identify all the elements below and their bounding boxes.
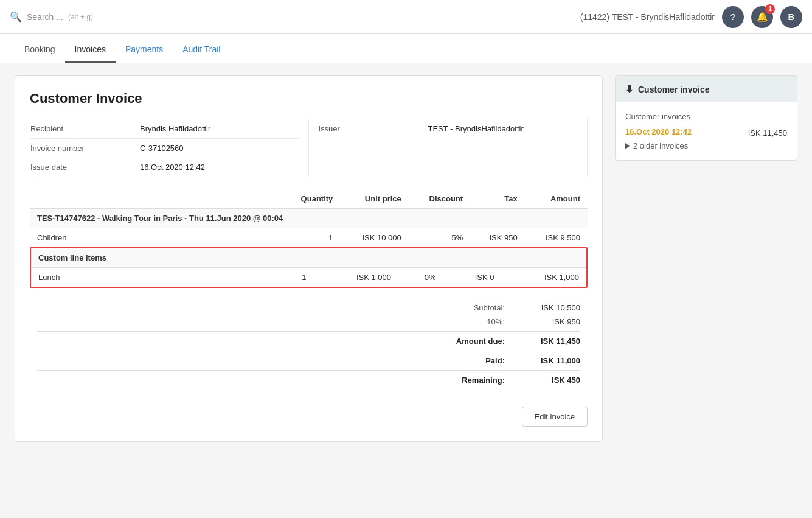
issue-date-label: Issue date: [30, 163, 140, 172]
amount-due-value: ISK 11,450: [519, 337, 580, 346]
custom-item-lunch: Lunch 1 ISK 1,000 0% ISK 0 ISK 1,000: [31, 268, 586, 287]
custom-item-name: Lunch: [31, 268, 281, 287]
issuer-label: Issuer: [319, 124, 428, 133]
download-icon: ⬇: [625, 83, 633, 95]
custom-item-tax: ISK 0: [443, 268, 502, 287]
col-quantity: Quantity: [281, 189, 341, 209]
issue-date-value: 16.Oct 2020 12:42: [140, 163, 299, 172]
invoice-info-right: Issuer TEST - BryndisHaflidadottir: [309, 119, 588, 177]
top-bar-right: (11422) TEST - BryndisHaflidadottir ? 🔔 …: [580, 6, 802, 28]
tour-row-label: TES-T14747622 - Walking Tour in Paris - …: [30, 209, 588, 228]
totals-divider-4: [37, 370, 580, 371]
active-invoice-row: 16.Oct 2020 12:42 ISK 11,450: [625, 127, 787, 139]
col-amount: Amount: [525, 189, 588, 209]
tab-audit-trail[interactable]: Audit Trail: [173, 37, 230, 63]
tab-invoices[interactable]: Invoices: [65, 37, 116, 63]
subtotal-label: Subtotal:: [410, 303, 519, 312]
sidebar-section-label: Customer invoices: [625, 112, 787, 121]
notifications-button[interactable]: 🔔 1: [751, 6, 773, 28]
subtotal-value: ISK 10,500: [519, 303, 580, 312]
table-header-row: Quantity Unit price Discount Tax Amount: [30, 189, 588, 209]
item-price-children: ISK 10,000: [340, 228, 408, 248]
older-invoices-toggle[interactable]: 2 older invoices: [625, 141, 787, 150]
triangle-icon: [625, 143, 630, 149]
sidebar-card: ⬇ Customer invoice Customer invoices 16.…: [615, 75, 797, 161]
issuer-row: Issuer TEST - BryndisHaflidadottir: [319, 119, 588, 138]
col-discount: Discount: [409, 189, 470, 209]
custom-item-qty: 1: [281, 268, 314, 287]
recipient-label: Recipient: [30, 124, 140, 133]
tenant-label: (11422) TEST - BryndisHaflidadottir: [580, 12, 715, 22]
item-discount-children: 5%: [409, 228, 470, 248]
tab-payments[interactable]: Payments: [116, 37, 173, 63]
bell-icon: 🔔: [757, 12, 768, 23]
paid-row: Paid: ISK 11,000: [30, 354, 588, 368]
totals-divider-3: [37, 351, 580, 351]
line-item-children: Children 1 ISK 10,000 5% ISK 950 ISK 9,5…: [30, 228, 588, 248]
search-shortcut: (alt + g): [68, 13, 93, 21]
remaining-value: ISK 450: [519, 376, 580, 385]
tab-booking[interactable]: Booking: [15, 37, 65, 63]
totals-divider-1: [37, 298, 580, 298]
paid-label: Paid:: [410, 356, 519, 365]
tax-row: 10%: ISK 950: [30, 315, 588, 329]
invoice-card: Customer Invoice Recipient Bryndis Hafli…: [15, 75, 603, 442]
totals-divider-2: [37, 331, 580, 332]
search-area[interactable]: 🔍 Search ... (alt + g): [10, 11, 580, 23]
tax-label: 10%:: [410, 317, 519, 326]
custom-line-items-section: Custom line items Lunch 1 ISK 1,000 0% I…: [30, 247, 588, 288]
active-invoice-link[interactable]: 16.Oct 2020 12:42: [625, 127, 692, 136]
item-amount-children: ISK 9,500: [525, 228, 588, 248]
custom-section-label: Custom line items: [31, 248, 586, 268]
search-icon: 🔍: [10, 11, 22, 23]
item-name-children: Children: [30, 228, 281, 248]
recipient-row: Recipient Bryndis Haflidadottir: [30, 119, 299, 139]
item-qty-children: 1: [281, 228, 341, 248]
sidebar: ⬇ Customer invoice Customer invoices 16.…: [615, 75, 797, 442]
remaining-row: Remaining: ISK 450: [30, 373, 588, 387]
remaining-label: Remaining:: [410, 376, 519, 385]
recipient-value: Bryndis Haflidadottir: [140, 124, 299, 133]
subtotal-row: Subtotal: ISK 10,500: [30, 301, 588, 315]
top-bar: 🔍 Search ... (alt + g) (11422) TEST - Br…: [0, 0, 812, 34]
invoice-info-grid: Recipient Bryndis Haflidadottir Invoice …: [30, 119, 588, 177]
col-tax: Tax: [470, 189, 524, 209]
invoice-number-value: C-37102560: [140, 144, 299, 153]
invoice-number-row: Invoice number C-37102560: [30, 139, 299, 158]
notification-badge: 1: [765, 4, 775, 14]
page-content: Customer Invoice Recipient Bryndis Hafli…: [0, 63, 812, 454]
col-item: [30, 189, 281, 209]
search-placeholder: Search ...: [27, 12, 63, 22]
active-invoice-amount: ISK 11,450: [748, 128, 787, 138]
item-tax-children: ISK 950: [470, 228, 524, 248]
sidebar-header: ⬇ Customer invoice: [616, 76, 797, 102]
line-items-table: Quantity Unit price Discount Tax Amount …: [30, 189, 588, 247]
older-invoices-label: 2 older invoices: [633, 141, 688, 150]
invoice-info-left: Recipient Bryndis Haflidadottir Invoice …: [30, 119, 309, 177]
edit-invoice-wrapper: Edit invoice: [30, 397, 588, 427]
edit-invoice-button[interactable]: Edit invoice: [522, 407, 588, 427]
custom-item-discount: 0%: [398, 268, 443, 287]
custom-item-price: ISK 1,000: [314, 268, 398, 287]
tour-row: TES-T14747622 - Walking Tour in Paris - …: [30, 209, 588, 228]
amount-due-label: Amount due:: [410, 337, 519, 346]
user-menu-button[interactable]: B: [780, 6, 802, 28]
custom-section-header: Custom line items: [31, 248, 586, 268]
help-button[interactable]: ?: [722, 6, 744, 28]
invoice-title: Customer Invoice: [30, 91, 588, 107]
tabs-bar: Booking Invoices Payments Audit Trail: [0, 34, 812, 63]
invoice-number-label: Invoice number: [30, 144, 140, 153]
amount-due-row: Amount due: ISK 11,450: [30, 334, 588, 348]
issuer-value: TEST - BryndisHaflidadottir: [428, 124, 588, 133]
sidebar-body: Customer invoices 16.Oct 2020 12:42 ISK …: [616, 102, 797, 160]
custom-items-table: Custom line items Lunch 1 ISK 1,000 0% I…: [31, 248, 586, 287]
col-unit-price: Unit price: [340, 189, 408, 209]
tax-value: ISK 950: [519, 317, 580, 326]
sidebar-header-label: Customer invoice: [638, 85, 709, 94]
paid-value: ISK 11,000: [519, 356, 580, 365]
custom-item-amount: ISK 1,000: [502, 268, 586, 287]
totals-section: Subtotal: ISK 10,500 10%: ISK 950 Amount…: [30, 298, 588, 427]
issue-date-row: Issue date 16.Oct 2020 12:42: [30, 158, 299, 177]
